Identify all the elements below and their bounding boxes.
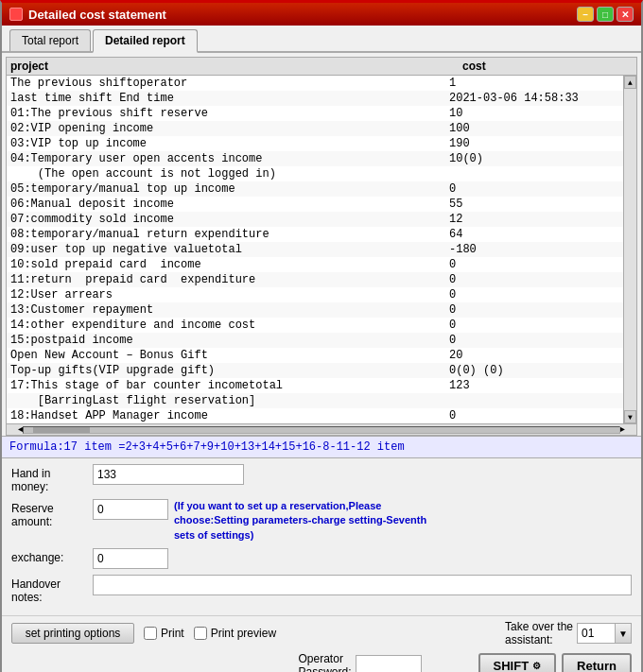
table-area: The previous shiftoperator 1 last time s… — [7, 76, 636, 423]
row-project: 02:VIP opening income — [10, 122, 430, 135]
handover-input[interactable] — [93, 575, 632, 595]
print-checkbox[interactable] — [144, 627, 157, 640]
reserve-label: Reserveamount: — [11, 499, 87, 528]
table-row: 12:User arrears 0 — [7, 287, 623, 302]
vertical-scrollbar[interactable]: ▲ ▼ — [623, 76, 636, 423]
row-project: 14:other expenditure and income cost — [10, 319, 430, 332]
window-title: Detailed cost statement — [28, 8, 166, 22]
set-printing-button[interactable]: set printing options — [11, 623, 134, 644]
row-project: 06:Manual deposit income — [10, 198, 430, 211]
handover-row: Handovernotes: — [11, 575, 632, 604]
scroll-down-arrow[interactable]: ▼ — [624, 410, 636, 423]
formula-bar: Formula:17 item =2+3+4+5+6+7+9+10+13+14+… — [2, 436, 641, 458]
table-row: The previous shiftoperator 1 — [7, 76, 623, 91]
row-cost: 0 — [430, 334, 619, 347]
take-over-label: Take over theassistant: — [505, 620, 573, 646]
reserve-note: (If you want to set up a reservation,Ple… — [174, 499, 439, 543]
row-cost: 2021-03-06 14:58:33 — [430, 92, 619, 105]
header-cost: cost — [443, 60, 633, 73]
print-label: Print — [161, 627, 184, 640]
take-over-combo: ▼ — [577, 623, 632, 644]
tab-total-report[interactable]: Total report — [9, 29, 91, 51]
exchange-input[interactable] — [93, 548, 168, 569]
table-row: [BarringLast flight reservation] — [7, 393, 623, 408]
title-bar-left: Detailed cost statement — [9, 8, 166, 22]
exchange-label: exchange: — [11, 548, 87, 564]
row-project: 12:User arrears — [10, 288, 430, 302]
shift-icon: ⚙ — [532, 661, 541, 671]
formula-text: Formula:17 item =2+3+4+5+6+7+9+10+13+14+… — [9, 440, 405, 454]
row-project: 10:sold prepaid card income — [10, 258, 430, 271]
row-project: 09:user top up negative valuetotal — [10, 243, 430, 256]
table-row: 03:VIP top up income 190 — [7, 136, 623, 151]
exchange-row: exchange: — [11, 548, 632, 569]
row-cost: 0 — [430, 303, 619, 317]
return-button[interactable]: Return — [562, 653, 632, 672]
take-over-input[interactable] — [577, 623, 615, 644]
scroll-right-arrow[interactable]: ► — [620, 425, 625, 435]
hand-in-input[interactable] — [93, 464, 244, 485]
shift-button[interactable]: SHIFT ⚙ — [478, 653, 557, 672]
minimize-button[interactable]: – — [577, 7, 594, 22]
scroll-track[interactable] — [624, 89, 636, 410]
action-buttons: SHIFT ⚙ Return — [478, 653, 632, 672]
table-row: 06:Manual deposit income 55 — [7, 197, 623, 212]
row-cost: 55 — [430, 198, 619, 211]
horizontal-scrollbar[interactable]: ◄ ► — [7, 423, 636, 435]
table-row: 14:other expenditure and income cost 0 — [7, 318, 623, 333]
row-cost: 64 — [430, 228, 619, 241]
print-checkbox-group: Print — [144, 627, 184, 640]
main-window: Detailed cost statement – □ ✕ Total repo… — [0, 0, 643, 672]
row-project: 05:temporary/manual top up income — [10, 182, 430, 196]
table-row: 02:VIP opening income 100 — [7, 121, 623, 136]
table-row: 13:Customer repayment 0 — [7, 302, 623, 318]
print-preview-label: Print preview — [211, 627, 276, 640]
row-project: 18:Handset APP Manager income — [10, 409, 430, 422]
combo-arrow-icon[interactable]: ▼ — [615, 623, 632, 644]
row-cost: 0 — [430, 288, 619, 302]
row-project: 04:Temporary user open accents income — [10, 152, 430, 165]
operator-password-label: OperatorPassword: — [299, 652, 352, 672]
header-project: project — [10, 60, 443, 73]
operator-password-row: OperatorPassword: — [299, 652, 422, 672]
table-row: 11:return prepaid card expenditure 0 — [7, 272, 623, 287]
maximize-button[interactable]: □ — [597, 7, 614, 22]
reserve-input[interactable] — [93, 499, 168, 520]
table-row: 04:Temporary user open accents income 10… — [7, 151, 623, 166]
row-project: 15:postpaid income — [10, 334, 430, 347]
shift-label: SHIFT — [494, 659, 530, 672]
row-cost: 0(0) (0) — [430, 364, 619, 377]
handover-label: Handovernotes: — [11, 575, 87, 604]
h-scroll-track[interactable] — [23, 426, 619, 434]
table-body[interactable]: The previous shiftoperator 1 last time s… — [7, 76, 623, 423]
table-row: last time shift End time 2021-03-06 14:5… — [7, 91, 623, 106]
table-row: 17:This stage of bar counter incometotal… — [7, 378, 623, 393]
scroll-up-arrow[interactable]: ▲ — [624, 76, 636, 89]
close-button[interactable]: ✕ — [617, 7, 634, 22]
row-project: 03:VIP top up income — [10, 137, 430, 150]
row-cost: 12 — [430, 213, 619, 226]
row-project: 07:commodity sold income — [10, 213, 430, 226]
row-cost: 20 — [430, 349, 619, 362]
row-cost: 0 — [430, 258, 619, 271]
table-row: 15:postpaid income 0 — [7, 333, 623, 348]
take-over-row: Take over theassistant: ▼ — [505, 620, 632, 646]
hand-in-label: Hand inmoney: — [11, 464, 87, 493]
print-preview-checkbox[interactable] — [194, 627, 207, 640]
table-row: 01:The previous shift reserve 10 — [7, 106, 623, 121]
row-cost: 100 — [430, 122, 619, 135]
reserve-row: Reserveamount: (If you want to set up a … — [11, 499, 632, 543]
row-cost: 10 — [430, 107, 619, 120]
row-cost: 0 — [430, 182, 619, 196]
title-bar: Detailed cost statement – □ ✕ — [2, 3, 641, 26]
row-project: 13:Customer repayment — [10, 303, 430, 317]
row-cost: 0 — [430, 273, 619, 286]
row-cost: 0 — [430, 319, 619, 332]
table-row: Top-up gifts(VIP upgrade gift) 0(0) (0) — [7, 363, 623, 378]
table-row: 10:sold prepaid card income 0 — [7, 257, 623, 272]
tab-detailed-report[interactable]: Detailed report — [93, 29, 198, 53]
title-controls: – □ ✕ — [577, 7, 634, 22]
password-input[interactable] — [356, 655, 422, 672]
row-cost: 190 — [430, 137, 619, 150]
hand-in-row: Hand inmoney: — [11, 464, 632, 493]
